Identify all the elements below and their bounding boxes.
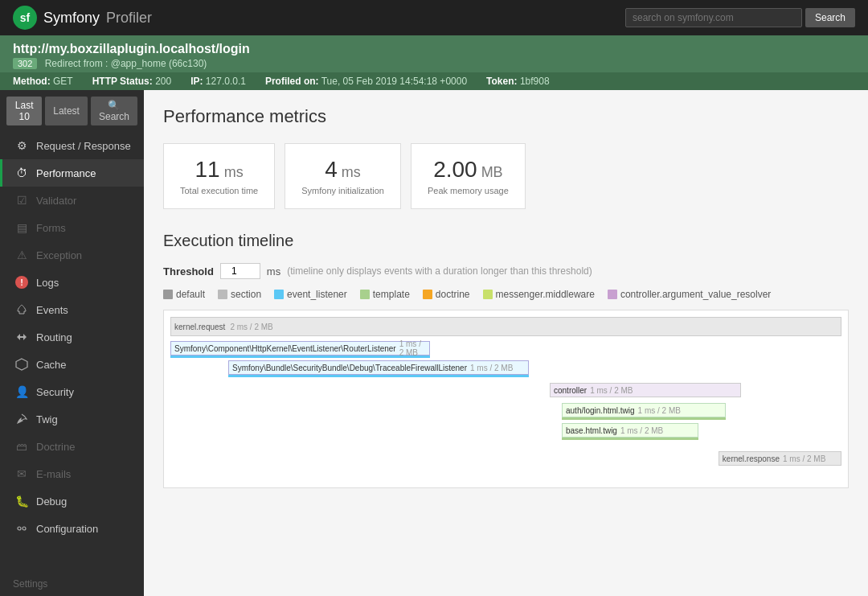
sidebar-item-label: Logs <box>36 277 59 289</box>
metric-card-memory: 2.00 MB Peak memory usage <box>411 143 526 209</box>
legend-item-doctrine: doctrine <box>423 289 470 300</box>
redirect-info: 302 Redirect from : @app_home (66c130) <box>13 58 855 69</box>
main-content: Performance metrics 11 ms Total executio… <box>144 90 868 596</box>
url-text: http://my.boxzillaplugin.localhost/login <box>13 42 855 56</box>
legend-label-event: event_listener <box>287 289 347 300</box>
token-meta: Token: 1bf908 <box>486 76 550 87</box>
legend-color-default <box>163 290 173 299</box>
sidebar-item-emails: ✉ E-mails <box>0 460 144 487</box>
threshold-unit: ms <box>267 265 280 277</box>
legend-item-template: template <box>360 289 410 300</box>
metrics-row: 11 ms Total execution time 4 ms Symfony … <box>163 143 849 209</box>
svg-marker-0 <box>16 359 27 370</box>
emails-icon: ✉ <box>15 467 28 480</box>
tl-block-base-html: base.html.twig 1 ms / 2 MB <box>562 423 698 438</box>
legend-label-doctrine: doctrine <box>436 289 470 300</box>
sidebar-item-twig[interactable]: Twig <box>0 405 144 433</box>
page-title: Performance metrics <box>163 106 849 127</box>
metric-label-execution: Total execution time <box>180 186 258 195</box>
sidebar-item-exception: ⚠ Exception <box>0 241 144 269</box>
tl-block-kernel-request: kernel.request 2 ms / 2 MB <box>170 317 841 336</box>
events-icon <box>15 303 28 316</box>
sidebar-item-cache[interactable]: Cache <box>0 351 144 378</box>
exception-icon: ⚠ <box>15 249 28 261</box>
legend-color-messenger <box>483 290 493 299</box>
metric-label-memory: Peak memory usage <box>428 186 509 195</box>
method-meta: Method: GET <box>13 76 73 87</box>
legend-item-controller: controller.argument_value_resolver <box>608 289 771 300</box>
sidebar-item-label: Twig <box>36 413 58 425</box>
sidebar-item-configuration[interactable]: Configuration <box>0 515 144 542</box>
legend-label-template: template <box>373 289 410 300</box>
sidebar-item-forms: ▤ Forms <box>0 214 144 241</box>
sidebar-item-label: Configuration <box>36 523 98 535</box>
cache-icon <box>15 358 28 371</box>
metric-label-symfony-init: Symfony initialization <box>301 186 384 195</box>
legend: default section event_listener template … <box>163 289 849 300</box>
legend-item-event: event_listener <box>274 289 347 300</box>
legend-item-default: default <box>163 289 205 300</box>
tl-underline-router <box>170 356 430 358</box>
sidebar-item-label: Request / Response <box>36 140 131 152</box>
sidebar-item-label: Debug <box>36 495 67 508</box>
metric-value-memory: 2.00 MB <box>428 157 509 183</box>
metric-value-execution: 11 ms <box>180 157 258 183</box>
tl-block-firewall-listener: Symfony\Bundle\SecurityBundle\Debug\Trac… <box>228 360 529 375</box>
sidebar-item-label: Forms <box>36 222 66 234</box>
sidebar-footer: Settings <box>0 572 144 596</box>
svg-point-1 <box>18 527 21 530</box>
sidebar-item-events[interactable]: Events <box>0 296 144 323</box>
sidebar-item-label: Security <box>36 386 74 398</box>
threshold-row: Threshold ms (timeline only displays eve… <box>163 263 849 279</box>
sidebar-item-label: Performance <box>36 167 96 179</box>
navbar: sf Symfony Profiler Search <box>0 0 868 35</box>
search-area: Search <box>625 8 855 27</box>
sidebar-item-debug[interactable]: 🐛 Debug <box>0 487 144 515</box>
sidebar-item-label: Doctrine <box>36 441 75 453</box>
tl-underline-base-html <box>562 438 698 440</box>
sidebar-item-security[interactable]: 👤 Security <box>0 378 144 405</box>
sidebar-item-label: Exception <box>36 249 82 261</box>
legend-label-default: default <box>176 289 205 300</box>
meta-bar: Method: GET HTTP Status: 200 IP: 127.0.0… <box>0 72 868 90</box>
metric-value-symfony-init: 4 ms <box>301 157 384 183</box>
tl-underline-firewall <box>228 375 529 377</box>
legend-color-section <box>218 290 227 299</box>
threshold-input[interactable] <box>220 263 260 279</box>
legend-color-controller <box>608 290 617 299</box>
threshold-note: (timeline only displays events with a du… <box>287 265 592 277</box>
timeline-title: Execution timeline <box>163 232 849 250</box>
twig-icon <box>15 413 28 425</box>
metric-card-execution: 11 ms Total execution time <box>163 143 275 209</box>
tl-block-auth-login: auth/login.html.twig 1 ms / 2 MB <box>562 403 726 417</box>
request-response-icon: ⚙ <box>15 139 28 152</box>
sidebar-item-label: Validator <box>36 195 76 207</box>
sidebar-item-routing[interactable]: Routing <box>0 323 144 351</box>
threshold-label: Threshold <box>163 265 214 277</box>
brand-profiler: Profiler <box>106 10 152 27</box>
svg-point-2 <box>23 527 26 530</box>
tl-underline-auth-login <box>562 417 726 420</box>
search-button[interactable]: Search <box>805 8 855 27</box>
tl-block-kernel-response: kernel.response 1 ms / 2 MB <box>719 451 841 466</box>
sidebar-top-buttons: Last 10 Latest 🔍 Search <box>0 90 144 132</box>
ip-meta: IP: 127.0.0.1 <box>190 76 246 87</box>
layout: Last 10 Latest 🔍 Search ⚙ Request / Resp… <box>0 90 868 596</box>
sidebar-item-request-response[interactable]: ⚙ Request / Response <box>0 132 144 159</box>
configuration-icon <box>15 522 28 535</box>
performance-icon: ⏱ <box>15 166 28 179</box>
legend-color-event <box>274 290 284 299</box>
last10-button[interactable]: Last 10 <box>6 97 42 125</box>
redirect-badge: 302 <box>13 58 37 69</box>
brand-symfony: Symfony <box>43 10 100 27</box>
legend-color-template <box>360 290 370 299</box>
tl-block-controller: controller 1 ms / 2 MB <box>550 383 741 397</box>
sidebar-item-label: Cache <box>36 359 67 371</box>
latest-button[interactable]: Latest <box>45 97 88 125</box>
search-sidebar-button[interactable]: 🔍 Search <box>91 97 137 125</box>
sidebar-item-performance[interactable]: ⏱ Performance <box>0 159 144 187</box>
search-input[interactable] <box>625 8 802 27</box>
sidebar-item-logs[interactable]: ! Logs <box>0 269 144 296</box>
security-icon: 👤 <box>15 385 28 398</box>
brand: sf Symfony Profiler <box>13 6 152 30</box>
